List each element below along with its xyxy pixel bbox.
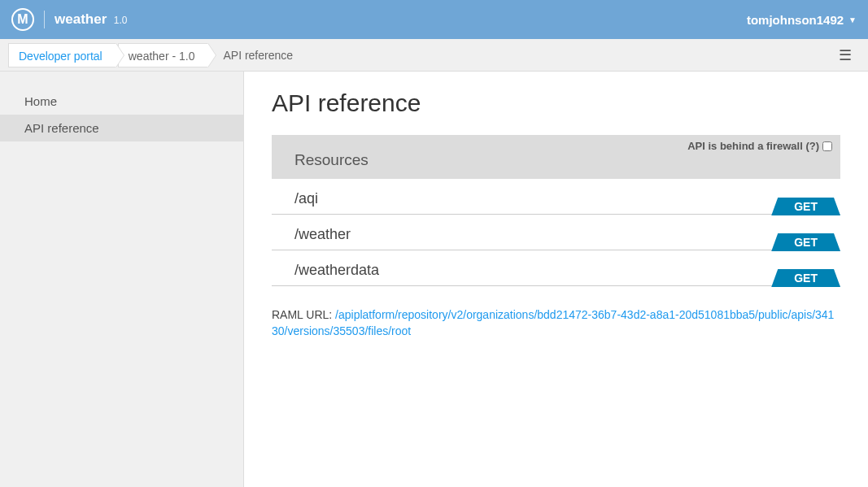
breadcrumb-bar: Developer portal weather - 1.0 API refer… [0, 39, 868, 72]
main-content: API reference API is behind a firewall (… [244, 72, 868, 487]
resource-path: /weatherdata [294, 262, 818, 279]
sidebar-item-api-reference[interactable]: API reference [0, 115, 243, 141]
sidebar-item-home[interactable]: Home [0, 88, 243, 115]
logo-letter: M [17, 12, 28, 27]
resources-header: API is behind a firewall (?) Resources [272, 135, 840, 179]
user-menu[interactable]: tomjohnson1492 ▼ [747, 13, 857, 27]
breadcrumb-item-api[interactable]: weather - 1.0 [118, 43, 209, 67]
get-button[interactable]: GET [771, 198, 840, 215]
firewall-row: API is behind a firewall (?) [687, 140, 832, 152]
breadcrumb-item-portal[interactable]: Developer portal [8, 43, 116, 67]
app-name: weather [55, 11, 107, 27]
sidebar-item-label: Home [24, 94, 57, 108]
resource-path: /weather [294, 226, 818, 243]
firewall-checkbox[interactable] [822, 141, 832, 151]
get-button[interactable]: GET [771, 233, 840, 251]
breadcrumb-label: API reference [223, 49, 293, 62]
breadcrumb-item-current: API reference [213, 43, 306, 67]
firewall-label: API is behind a firewall (?) [687, 140, 819, 152]
resource-row[interactable]: /weatherdata GET [272, 250, 840, 286]
hamburger-icon[interactable]: ☰ [831, 46, 860, 64]
resource-path: /aqi [294, 190, 818, 207]
sidebar-item-label: API reference [24, 121, 99, 135]
breadcrumb-label: weather - 1.0 [129, 50, 195, 63]
username: tomjohnson1492 [747, 13, 844, 27]
breadcrumb-label: Developer portal [19, 50, 103, 63]
raml-url-link[interactable]: /apiplatform/repository/v2/organizations… [272, 308, 834, 337]
chevron-down-icon: ▼ [848, 15, 857, 24]
top-bar: M weather 1.0 tomjohnson1492 ▼ [0, 0, 868, 39]
mulesoft-logo-icon[interactable]: M [11, 8, 34, 31]
sidebar: Home API reference [0, 72, 244, 487]
get-button[interactable]: GET [771, 269, 840, 287]
resource-row[interactable]: /weather GET [272, 215, 840, 250]
app-version: 1.0 [114, 15, 128, 26]
divider [44, 11, 45, 28]
raml-prefix: RAML URL: [272, 308, 335, 321]
raml-url-row: RAML URL: /apiplatform/repository/v2/org… [272, 307, 840, 339]
app-title-wrap: weather 1.0 [55, 11, 127, 28]
page-title: API reference [272, 89, 840, 117]
resource-row[interactable]: /aqi GET [272, 179, 840, 215]
